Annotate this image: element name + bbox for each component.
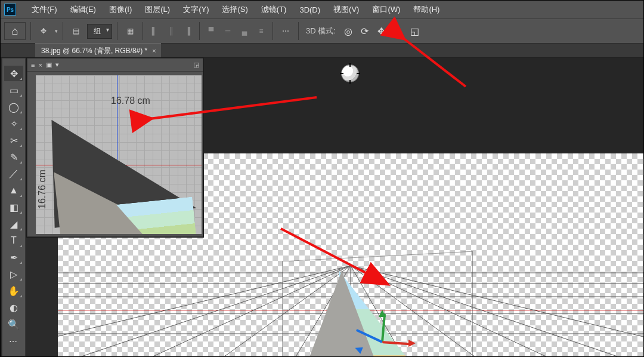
transform-controls-icon[interactable]: ▦ xyxy=(122,23,138,39)
hand-tool[interactable]: ✋ xyxy=(4,283,23,298)
move-tool-indicator-icon[interactable]: ✥ xyxy=(36,23,51,39)
gradient-tool[interactable]: ◢ xyxy=(4,216,23,232)
eyedropper-tool[interactable]: ✎ xyxy=(4,149,23,165)
more-options-icon[interactable]: ⋯ xyxy=(278,23,293,39)
3d-height-readout: 16.76 cm xyxy=(37,170,48,209)
move-tool[interactable]: ✥ xyxy=(4,66,23,81)
path-select-tool[interactable]: ▷ xyxy=(4,266,23,282)
separator xyxy=(199,22,200,40)
auto-select-layers-icon[interactable]: ▤ xyxy=(68,23,83,39)
chevron-down-icon: ▾ xyxy=(55,28,58,34)
secondary-3d-view-panel[interactable]: ≡ × ▣ ▾ ◲ 16.78 cm 16.76 cm xyxy=(27,58,203,237)
separator xyxy=(298,22,299,40)
home-button[interactable]: ⌂ xyxy=(4,22,26,40)
close-tab-icon[interactable]: × xyxy=(152,47,156,54)
separator xyxy=(30,22,31,40)
options-bar: ⌂ ✥ ▾ ▤ 组 ▦ ▌ ║ ▐ ▀ ═ ▄ ≡ ⋯ 3D 模式: ◎ ⟳ ✥… xyxy=(1,19,643,44)
document-tab[interactable]: 38.jpg @ 66.7% (背景, RGB/8#) * × xyxy=(35,43,161,59)
crop-tool[interactable]: ✂ xyxy=(4,133,23,148)
align-hcenter-icon[interactable]: ║ xyxy=(165,24,178,38)
separator xyxy=(117,22,117,40)
rotate-3d-icon[interactable]: ⟳ xyxy=(358,24,371,38)
3d-transform-gizmo[interactable] xyxy=(356,315,410,356)
gizmo-x-arrowhead-icon xyxy=(408,340,416,347)
brush-tool[interactable]: ／ xyxy=(4,166,23,181)
menu-edit[interactable]: 编辑(E) xyxy=(64,2,102,17)
stamp-tool[interactable]: ▲ xyxy=(4,183,23,198)
scale-3d-icon[interactable]: ◱ xyxy=(408,24,422,38)
home-icon: ⌂ xyxy=(12,25,18,38)
menu-type[interactable]: 文字(Y) xyxy=(177,2,215,17)
workspace: ✥ ▭ ◯ ✧ ✂ ✎ ／ ▲ ◧ ◢ T ✒ ▷ ✋ ◐ 🔍 ⋯ xyxy=(1,58,643,356)
slide-3d-icon[interactable]: ⤢ xyxy=(392,24,405,38)
pan-3d-icon[interactable]: ✥ xyxy=(375,24,388,38)
chevron-down-icon[interactable]: ▾ xyxy=(55,61,59,69)
auto-select-mode-dropdown[interactable]: 组 xyxy=(87,24,112,39)
3d-width-readout: 16.78 cm xyxy=(111,96,150,106)
menu-select[interactable]: 选择(S) xyxy=(216,2,253,17)
menu-help[interactable]: 帮助(H) xyxy=(407,2,445,17)
panel-expand-icon[interactable]: ◲ xyxy=(193,61,199,69)
menu-file[interactable]: 文件(F) xyxy=(26,2,63,17)
tools-panel: ✥ ▭ ◯ ✧ ✂ ✎ ／ ▲ ◧ ◢ T ✒ ▷ ✋ ◐ 🔍 ⋯ xyxy=(2,58,26,356)
panel-view-dropdown-icon[interactable]: ▣ xyxy=(46,61,52,69)
align-right-icon[interactable]: ▐ xyxy=(181,24,194,38)
separator xyxy=(273,22,273,40)
menu-window[interactable]: 窗口(W) xyxy=(366,2,406,17)
eraser-tool[interactable]: ◧ xyxy=(4,199,23,215)
align-vcenter-icon[interactable]: ═ xyxy=(221,24,234,38)
align-bottom-icon[interactable]: ▄ xyxy=(238,24,251,38)
orbit-3d-icon[interactable]: ◎ xyxy=(342,24,355,38)
panel-close-icon[interactable]: × xyxy=(38,61,42,69)
document-tab-title: 38.jpg @ 66.7% (背景, RGB/8#) * xyxy=(41,46,147,56)
menu-view[interactable]: 视图(V) xyxy=(327,2,365,17)
lasso-tool[interactable]: ◯ xyxy=(4,99,23,115)
menu-3d[interactable]: 3D(D) xyxy=(293,3,326,17)
distribute-icon[interactable]: ≡ xyxy=(255,24,268,38)
panel-menu-icon[interactable]: ≡ xyxy=(31,61,35,69)
edit-toolbar-icon[interactable]: ⋯ xyxy=(9,337,18,346)
3d-light-widget[interactable] xyxy=(342,65,358,82)
align-top-icon[interactable]: ▀ xyxy=(205,24,218,38)
foreground-color[interactable]: ◐ xyxy=(4,300,23,315)
zoom-tool[interactable]: 🔍 xyxy=(4,316,23,332)
marquee-tool[interactable]: ▭ xyxy=(4,82,23,98)
type-tool[interactable]: T xyxy=(4,233,23,248)
menu-layer[interactable]: 图层(L) xyxy=(139,2,176,17)
gizmo-y-axis[interactable] xyxy=(381,313,386,342)
app-logo: Ps xyxy=(4,4,16,16)
menu-filter[interactable]: 滤镜(T) xyxy=(255,2,293,17)
document-tab-row: 38.jpg @ 66.7% (背景, RGB/8#) * × xyxy=(1,44,643,58)
separator xyxy=(143,22,143,40)
secondary-3d-viewport[interactable]: 16.78 cm 16.76 cm xyxy=(36,75,202,234)
align-left-icon[interactable]: ▌ xyxy=(148,24,161,38)
pen-tool[interactable]: ✒ xyxy=(4,250,23,265)
gizmo-y-arrowhead-icon xyxy=(379,310,386,317)
separator xyxy=(63,22,63,40)
menu-bar: Ps 文件(F) 编辑(E) 图像(I) 图层(L) 文字(Y) 选择(S) 滤… xyxy=(1,1,643,19)
quick-select-tool[interactable]: ✧ xyxy=(4,116,23,131)
mode3d-label: 3D 模式: xyxy=(306,26,336,36)
menu-image[interactable]: 图像(I) xyxy=(103,2,138,17)
panel-header[interactable]: ≡ × ▣ ▾ ◲ xyxy=(27,59,203,72)
gizmo-z-axis[interactable] xyxy=(356,329,383,343)
gizmo-x-axis[interactable] xyxy=(382,341,411,345)
